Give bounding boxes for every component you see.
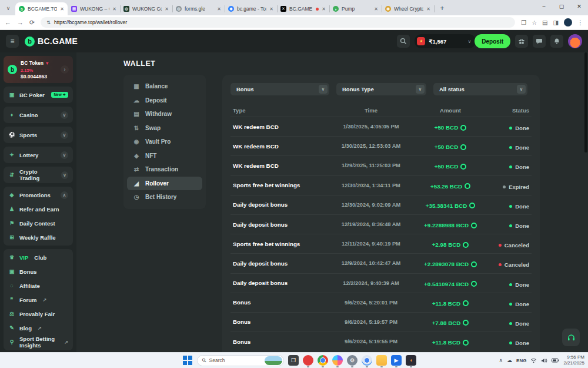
menu-icon[interactable]: ≡ <box>6 35 19 48</box>
battery-icon[interactable] <box>552 358 559 363</box>
browser-tab[interactable]: ◗ Pump ✕ <box>329 2 382 15</box>
filter-dropdown[interactable]: All status ∨ <box>433 83 527 95</box>
sidebar-item-forum[interactable]: ❞Forum↗ <box>4 293 73 307</box>
table-row[interactable]: Sports free bet winnings 12/30/2024, 1:3… <box>230 175 532 195</box>
tab-close-icon[interactable]: ✕ <box>60 6 64 12</box>
new-tab-button[interactable]: + <box>437 4 447 13</box>
sidebar-item-bc-poker[interactable]: ▣BC PokerNew ✦ <box>4 88 73 102</box>
window-close-button[interactable]: ✕ <box>570 0 588 9</box>
filter-dropdown[interactable]: Bonus ∨ <box>230 83 329 95</box>
tab-close-icon[interactable]: ✕ <box>165 6 169 12</box>
table-row[interactable]: WK redeem BCD 1/29/2025, 11:25:03 PM +50… <box>230 155 532 175</box>
tab-close-icon[interactable]: ✕ <box>112 6 116 12</box>
bc-token-card[interactable]: b BC Token ▼ 2.15% $0.0044863 › <box>4 56 73 83</box>
sidebar-item-daily-contest[interactable]: ⚑Daily Contest <box>4 216 73 230</box>
wallet-nav-item[interactable]: ⇅ Swap <box>127 121 202 135</box>
wifi-icon[interactable] <box>530 358 537 363</box>
taskbar-app-icon[interactable] <box>376 355 387 366</box>
filter-dropdown[interactable]: Bonus Type ∨ <box>336 83 426 95</box>
language-indicator[interactable]: ENG <box>516 358 526 363</box>
deposit-button[interactable]: Deposit <box>475 34 510 48</box>
wallet-nav-item[interactable]: ⇄ Transaction <box>127 163 202 177</box>
extensions-icon[interactable]: ◨ <box>553 19 559 26</box>
table-row[interactable]: Bonus 9/6/2024, 5:19:57 PM +7.88 BCD Don… <box>230 312 532 331</box>
bell-icon[interactable] <box>550 35 563 48</box>
wallet-nav-item[interactable]: ▦ Balance <box>127 79 202 94</box>
window-maximize-button[interactable]: ▢ <box>553 0 570 9</box>
table-row[interactable]: Daily deposit bonus 12/9/2024, 10:42:47 … <box>230 253 532 273</box>
sidebar-item-affiliate[interactable]: ◌Affiliate <box>4 279 73 293</box>
sidebar-item-weekly-raffle[interactable]: ⊞Weekly Raffle <box>4 230 73 244</box>
taskbar-app-icon[interactable] <box>318 355 328 366</box>
tab-close-icon[interactable]: ✕ <box>374 6 378 12</box>
browser-tab[interactable]: ◍ WUKONG Communi ✕ <box>120 2 172 15</box>
wallet-nav-item[interactable]: ▤ Withdraw <box>127 107 202 121</box>
user-avatar[interactable] <box>568 34 582 48</box>
forward-button[interactable]: → <box>17 19 24 26</box>
table-row[interactable]: Daily deposit bonus 12/2/2024, 9:40:39 A… <box>230 273 532 293</box>
table-row[interactable]: Bonus 9/6/2024, 5:19:55 PM +11.8 BCD Don… <box>230 331 532 351</box>
taskbar-app-icon[interactable]: ⚙ <box>347 355 358 366</box>
taskbar-app-icon[interactable]: ◖ <box>406 355 416 366</box>
chevron-down-icon[interactable]: ∨ <box>61 171 68 179</box>
table-row[interactable]: WK redeem BCD 1/30/2025, 4:05:05 PM +50 … <box>230 117 532 136</box>
balance-selector[interactable]: ★ ₹1,567 ∨ <box>415 34 476 48</box>
chevron-down-icon[interactable]: ∨ <box>61 131 68 139</box>
taskbar-app-icon[interactable] <box>362 355 372 366</box>
reload-button[interactable]: ⟳ <box>29 19 35 26</box>
table-row[interactable]: Daily deposit bonus 12/19/2024, 8:36:48 … <box>230 214 532 234</box>
sidebar-item-bonus[interactable]: ▣Bonus <box>4 264 73 279</box>
sidebar-item-promotions[interactable]: ◆Promotions∧ <box>4 188 73 202</box>
sidebar-item-lottery[interactable]: ✦Lottery∨ <box>4 148 73 162</box>
sidebar-item-provably-fair[interactable]: ⚖Provably Fair <box>4 307 73 321</box>
browser-tab[interactable]: ✕ BC.GAME on X: * ✕ <box>277 2 329 15</box>
live-support-button[interactable] <box>562 329 580 346</box>
sidebar-item-casino[interactable]: ♦Casino∨ <box>4 108 73 122</box>
sidebar-item-crypto-trading[interactable]: ⇵Crypto Trading∨ <box>4 168 73 182</box>
chat-icon[interactable] <box>533 35 546 48</box>
gift-icon[interactable] <box>515 35 528 48</box>
tab-close-icon[interactable]: ✕ <box>322 6 326 12</box>
browser-tab[interactable]: ◉ Wheel Crypto Casin ✕ <box>382 2 434 15</box>
site-info-icon[interactable]: ⇅ <box>46 20 51 25</box>
tab-close-icon[interactable]: ✕ <box>217 6 221 12</box>
clock[interactable]: 9:56 PM 2/21/2025 <box>563 354 584 366</box>
wallet-nav-item[interactable]: ◷ Bet History <box>127 190 202 204</box>
sidebar-item-refer-and-earn[interactable]: ♟Refer and Earn <box>4 202 73 216</box>
table-row[interactable]: Bonus 9/6/2024, 5:20:01 PM +11.8 BCD Don… <box>230 293 532 312</box>
browser-profile-avatar[interactable] <box>564 18 572 26</box>
wallet-nav-item[interactable]: ◢ Rollover <box>127 177 202 191</box>
tray-expand-icon[interactable]: ∧ <box>499 357 503 363</box>
send-to-device-icon[interactable]: ❐ <box>521 19 526 26</box>
browser-tab[interactable]: ◆ bc.game - Tonviewer ✕ <box>225 2 277 15</box>
browser-menu-icon[interactable]: ⋮ <box>577 19 583 26</box>
table-row[interactable]: Daily deposit bonus 12/30/2024, 9:02:09 … <box>230 195 532 214</box>
taskbar-app-icon[interactable]: ❐ <box>288 355 299 366</box>
table-row[interactable]: WK redeem BCD 1/30/2025, 12:53:03 AM +50… <box>230 136 532 155</box>
table-row[interactable]: Sports free bet winnings 12/11/2024, 9:4… <box>230 234 532 253</box>
tab-search-chevron-icon[interactable]: ∨ <box>4 4 13 13</box>
onedrive-cloud-icon[interactable]: ☁ <box>507 357 512 363</box>
taskbar-app-icon[interactable]: ▶ <box>391 355 402 366</box>
browser-tab[interactable]: b BCGAME.TOP: Crypt ✕ <box>15 2 68 15</box>
browser-tab[interactable]: ▦ WUKONG – Commu ✕ <box>68 2 120 15</box>
search-icon[interactable] <box>397 35 410 48</box>
back-button[interactable]: ← <box>5 19 11 26</box>
sidebar-item-sport-betting-insights[interactable]: ⚲Sport Betting Insights↗ <box>4 335 73 349</box>
sidebar-item-blog[interactable]: ✎Blog↗ <box>4 321 73 335</box>
wallet-nav-item[interactable]: ☁ Deposit <box>127 94 202 108</box>
page-scrollbar[interactable] <box>584 52 587 152</box>
taskbar-search[interactable]: ⚲ Search <box>197 355 284 366</box>
wallet-extension-icon[interactable]: ▤ <box>542 19 547 26</box>
start-button[interactable] <box>182 355 193 366</box>
address-bar[interactable]: ⇅ https://bcgame.top/wallet/rollover <box>41 17 515 28</box>
taskbar-app-icon[interactable] <box>332 355 343 366</box>
taskbar-app-icon[interactable] <box>303 355 313 366</box>
chevron-right-icon[interactable]: › <box>61 65 69 74</box>
sidebar-item-club[interactable]: ♛VIPClub <box>4 250 73 264</box>
wallet-nav-item[interactable]: ◈ NFT <box>127 149 202 163</box>
bookmark-star-icon[interactable]: ☆ <box>532 19 537 26</box>
browser-tab[interactable]: ◍ forms.gle ✕ <box>172 2 225 15</box>
chevron-down-icon[interactable]: ∨ <box>61 151 68 159</box>
chevron-down-icon[interactable]: ∨ <box>61 111 68 119</box>
